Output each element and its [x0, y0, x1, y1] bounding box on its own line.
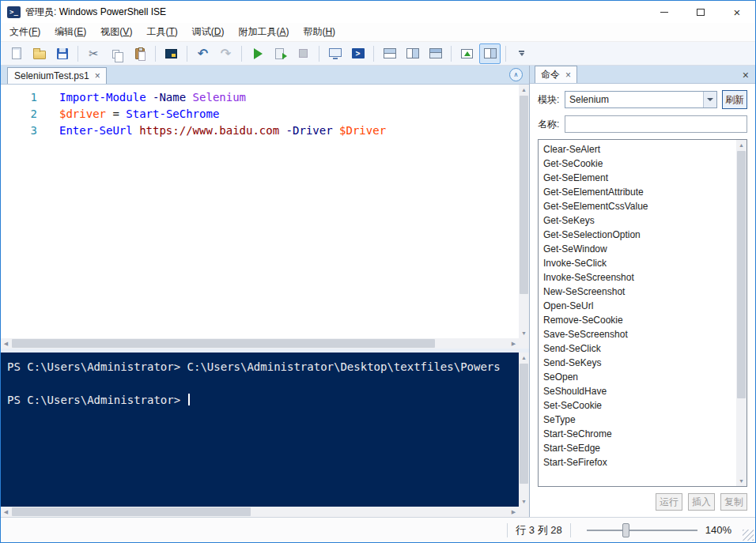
command-list-item[interactable]: Send-SeKeys [539, 356, 736, 370]
tab-seleniumtest-ps1[interactable]: SeleniumTest.ps1 × [7, 67, 107, 84]
close-icon[interactable]: × [565, 70, 571, 80]
script-editor[interactable]: 123 Import-Module -Name Selenium$driver … [1, 85, 519, 338]
scroll-left-icon[interactable] [1, 338, 11, 349]
command-list-item[interactable]: Start-SeEdge [539, 441, 736, 455]
title-bar[interactable]: 管理员: Windows PowerShell ISE × [1, 1, 755, 23]
command-list[interactable]: Clear-SeAlertGet-SeCookieGet-SeElementGe… [539, 140, 736, 486]
command-list-item[interactable]: Get-SeWindow [539, 242, 736, 256]
toolbar-button-show-script-pane-right[interactable] [402, 43, 423, 64]
collapse-script-pane-button[interactable]: ∧ [509, 68, 523, 81]
maximize-button[interactable] [682, 1, 719, 23]
toolbar-button-new-remote-powershell-tab[interactable] [324, 43, 346, 64]
command-list-item[interactable]: Get-SeSelectionOption [539, 228, 736, 242]
console-vertical-scrollbar[interactable] [519, 353, 529, 507]
console-horizontal-scrollbar[interactable] [1, 507, 519, 517]
command-list-item[interactable]: Clear-SeAlert [539, 142, 736, 156]
console-pane[interactable]: PS C:\Users\Administrator> C:\Users\Admi… [1, 353, 529, 517]
toolbar-button-new-script[interactable] [6, 43, 27, 64]
module-select[interactable]: Selenium [565, 91, 717, 108]
scrollbar-thumb[interactable] [12, 507, 251, 516]
command-list-item[interactable]: Save-SeScreenshot [539, 327, 736, 341]
command-list-item[interactable]: Start-SeFirefox [539, 455, 736, 469]
scroll-up-icon[interactable] [519, 85, 529, 95]
command-list-item[interactable]: SeOpen [539, 370, 736, 384]
toolbar-button-paste[interactable] [129, 43, 150, 64]
scroll-up-icon[interactable] [519, 353, 529, 363]
zoom-slider-track[interactable] [587, 530, 697, 531]
scrollbar-track[interactable] [11, 507, 508, 517]
menu-item-h[interactable]: 帮助(H) [296, 23, 342, 41]
toolbar-button-undo[interactable] [192, 43, 214, 64]
toolbar-button-cut[interactable] [83, 43, 104, 64]
command-list-item[interactable]: Invoke-SeScreenshot [539, 270, 736, 285]
script-editor-pane[interactable]: 123 Import-Module -Name Selenium$driver … [1, 85, 529, 349]
copy-button[interactable]: 复制 [720, 493, 747, 511]
close-icon[interactable]: × [743, 70, 749, 81]
toolbar-button-show-script-pane-maximized[interactable] [425, 43, 446, 64]
menu-item-f[interactable]: 文件(F) [2, 23, 47, 41]
toolbar-button-start-powershell[interactable] [347, 43, 369, 64]
code-area[interactable]: Import-Module -Name Selenium$driver = St… [45, 85, 519, 338]
resize-grip[interactable] [743, 530, 754, 541]
command-list-item[interactable]: Get-SeKeys [539, 213, 736, 228]
menu-item-e[interactable]: 编辑(E) [47, 23, 93, 41]
scrollbar-thumb[interactable] [520, 96, 528, 294]
close-icon[interactable]: × [95, 71, 100, 81]
command-list-item[interactable]: Get-SeElementCssValue [539, 199, 736, 213]
editor-horizontal-scrollbar[interactable] [1, 338, 519, 349]
command-list-item[interactable]: Start-SeChrome [539, 427, 736, 441]
run-button[interactable]: 运行 [656, 493, 682, 511]
command-list-item[interactable]: Set-SeCookie [539, 398, 736, 413]
refresh-button[interactable]: 刷新 [722, 90, 747, 109]
toolbar-button-save[interactable] [51, 43, 73, 64]
scroll-down-icon[interactable] [519, 496, 529, 507]
command-list-item[interactable]: New-SeScreenshot [539, 285, 736, 299]
scroll-down-icon[interactable] [519, 328, 529, 338]
toolbar-button-run-script[interactable] [247, 43, 268, 64]
chevron-down-icon[interactable] [703, 92, 716, 107]
menu-item-t[interactable]: 工具(T) [139, 23, 184, 41]
menu-item-a[interactable]: 附加工具(A) [231, 23, 296, 41]
command-list-item[interactable]: Send-SeClick [539, 341, 736, 356]
scrollbar-track[interactable] [11, 338, 508, 349]
command-list-item[interactable]: Get-SeCookie [539, 156, 736, 171]
scrollbar-track[interactable] [519, 95, 529, 328]
toolbar-button-open-script[interactable] [28, 43, 50, 64]
minimize-button[interactable] [646, 1, 682, 23]
command-list-item[interactable]: Remove-SeCookie [539, 313, 736, 327]
scroll-right-icon[interactable] [508, 338, 519, 349]
scroll-up-icon[interactable] [736, 140, 747, 150]
command-list-scrollbar[interactable] [736, 140, 747, 486]
editor-vertical-scrollbar[interactable] [519, 85, 529, 338]
menu-item-d[interactable]: 调试(D) [185, 23, 232, 41]
toolbar-button-redo[interactable] [215, 43, 236, 64]
command-list-item[interactable]: Get-SeElement [539, 171, 736, 185]
scroll-left-icon[interactable] [1, 507, 11, 517]
scroll-down-icon[interactable] [736, 476, 747, 486]
command-list-item[interactable]: Get-SeElementAttribute [539, 185, 736, 199]
command-list-item[interactable]: SeShouldHave [539, 384, 736, 398]
menu-item-v[interactable]: 视图(V) [93, 23, 139, 41]
zoom-slider[interactable] [587, 522, 697, 538]
insert-button[interactable]: 插入 [688, 493, 715, 511]
toolbar-button-clear-console[interactable] [161, 43, 182, 64]
toolbar-button-show-command-addon[interactable] [479, 43, 501, 64]
zoom-slider-thumb[interactable] [622, 523, 629, 537]
scrollbar-track[interactable] [736, 150, 747, 476]
toolbar-button-stop-operation[interactable] [293, 43, 314, 64]
scrollbar-thumb[interactable] [737, 151, 746, 398]
console-output[interactable]: PS C:\Users\Administrator> C:\Users\Admi… [1, 353, 519, 507]
name-filter-input[interactable] [565, 115, 747, 133]
toolbar-button-show-script-pane-top[interactable] [379, 43, 400, 64]
scroll-right-icon[interactable] [508, 507, 519, 517]
command-list-item[interactable]: Invoke-SeClick [539, 256, 736, 270]
scrollbar-track[interactable] [519, 363, 529, 496]
tab-commands[interactable]: 命令 × [535, 66, 577, 83]
toolbar-button-copy[interactable] [106, 43, 127, 64]
scrollbar-thumb[interactable] [12, 339, 435, 348]
command-list-item[interactable]: SeType [539, 413, 736, 427]
toolbar-button-toolbar-overflow[interactable] [511, 43, 532, 64]
toolbar-button-run-selection[interactable] [270, 43, 291, 64]
toolbar-button-script-pane-up[interactable] [456, 43, 478, 64]
scrollbar-thumb[interactable] [520, 364, 528, 484]
